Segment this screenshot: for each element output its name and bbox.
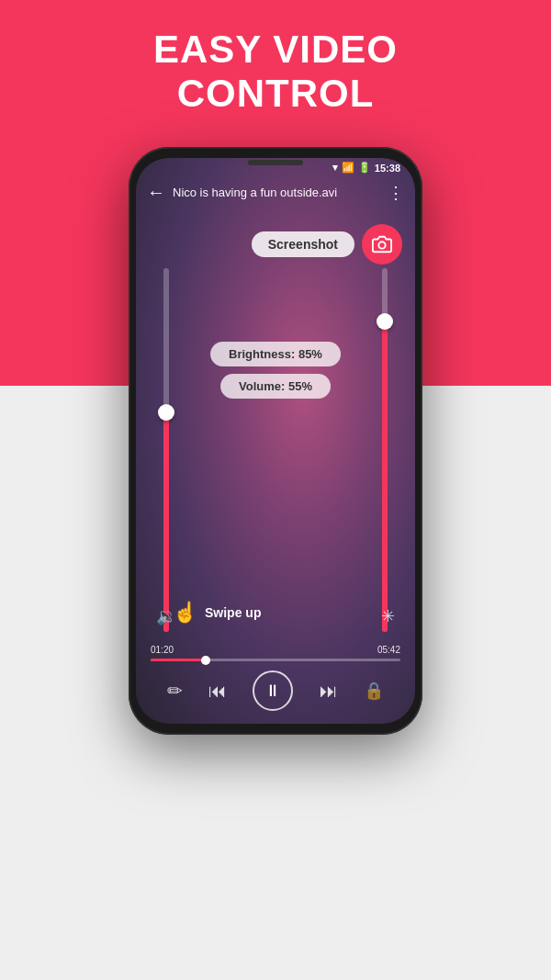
volume-indicator-icon: 🔉 <box>156 606 176 626</box>
prev-button[interactable]: ⏮ <box>208 681 227 702</box>
menu-button[interactable]: ⋮ <box>388 183 404 203</box>
next-button[interactable]: ⏭ <box>320 681 338 702</box>
brightness-thumb <box>377 313 393 330</box>
status-time: 15:38 <box>375 163 400 174</box>
camera-icon <box>372 234 392 254</box>
lock-button[interactable]: 🔒 <box>364 681 384 701</box>
volume-pill: Volume: 55% <box>220 374 331 399</box>
control-bar: ✏ ⏮ ⏸ ⏭ 🔒 <box>136 670 415 711</box>
progress-bar-fill <box>151 659 206 661</box>
play-pause-button[interactable]: ⏸ <box>253 670 293 711</box>
brightness-track <box>382 268 388 632</box>
volume-fill <box>163 413 169 632</box>
battery-icon: 🔋 <box>358 162 371 174</box>
video-title: Nico is having a fun outside.avi <box>173 186 388 199</box>
info-pills: Brightness: 85% Volume: 55% <box>210 342 341 399</box>
brightness-indicator-icon: ✳ <box>381 606 395 626</box>
signal-icon: ▾ <box>332 162 338 174</box>
brightness-fill <box>382 322 388 632</box>
screenshot-label: Screenshot <box>252 231 354 257</box>
progress-total: 05:42 <box>377 645 400 655</box>
progress-current: 01:20 <box>151 645 174 655</box>
progress-area: 01:20 05:42 <box>136 645 415 661</box>
header-line2: CONTROL <box>0 72 551 116</box>
screenshot-button[interactable] <box>362 224 402 265</box>
swipe-instruction: ☝ Swipe up <box>173 601 261 625</box>
swipe-hand-icon: ☝ <box>173 601 197 625</box>
svg-point-0 <box>378 242 385 248</box>
progress-bar-background[interactable] <box>151 659 400 661</box>
swipe-label: Swipe up <box>205 605 261 620</box>
subtitle-button[interactable]: ✏ <box>167 680 183 702</box>
brightness-slider[interactable] <box>375 268 395 632</box>
progress-times: 01:20 05:42 <box>151 645 400 655</box>
header-line1: EASY VIDEO <box>0 28 551 72</box>
wifi-icon: 📶 <box>342 162 354 174</box>
top-bar: ← Nico is having a fun outside.avi ⋮ <box>136 175 415 210</box>
volume-slider[interactable] <box>156 268 176 632</box>
phone-outer: ▾ 📶 🔋 15:38 ← Nico is having a fun outsi… <box>129 147 422 735</box>
pause-icon: ⏸ <box>264 681 281 701</box>
volume-thumb <box>158 404 174 421</box>
header-text: EASY VIDEO CONTROL <box>0 28 551 117</box>
volume-track <box>163 268 169 632</box>
back-button[interactable]: ← <box>147 182 165 203</box>
screenshot-area: Screenshot <box>252 224 402 265</box>
brightness-pill: Brightness: 85% <box>210 342 341 366</box>
progress-thumb <box>201 656 210 665</box>
status-icons: ▾ 📶 🔋 15:38 <box>332 162 400 174</box>
status-bar: ▾ 📶 🔋 15:38 <box>136 158 415 175</box>
phone-screen: ▾ 📶 🔋 15:38 ← Nico is having a fun outsi… <box>136 158 415 724</box>
phone-device: ▾ 📶 🔋 15:38 ← Nico is having a fun outsi… <box>129 147 422 735</box>
